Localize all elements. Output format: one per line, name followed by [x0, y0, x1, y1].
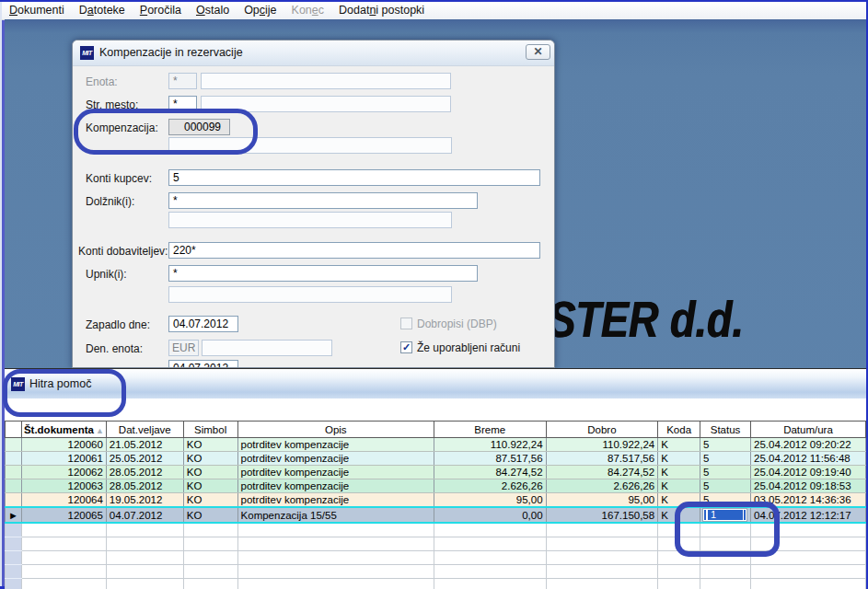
column-header-breme[interactable]: Breme	[434, 422, 546, 438]
column-header-dobro[interactable]: Dobro	[546, 422, 658, 438]
table-row[interactable]: 12006125.05.2012KOpotrditev kompenzacije…	[6, 452, 866, 466]
upnik-field[interactable]: *	[168, 265, 478, 282]
cell[interactable]: 25.04.2012 09:19:40	[751, 466, 866, 479]
cell[interactable]: K	[658, 452, 700, 466]
cell[interactable]: 5	[700, 479, 751, 493]
row-selector[interactable]	[6, 452, 22, 466]
cell[interactable]: 120063	[21, 479, 106, 493]
cell[interactable]: potrditev kompenzacije	[237, 466, 434, 479]
cell[interactable]: 120061	[21, 452, 106, 466]
cell[interactable]: K	[658, 479, 700, 493]
konti-kupcev-field[interactable]: 5	[168, 169, 540, 186]
cell[interactable]: 120060	[21, 438, 106, 452]
column-header-simbol[interactable]: Simbol	[183, 422, 237, 438]
cell[interactable]: 5	[700, 438, 751, 452]
menu-datoteke[interactable]: Datoteke	[72, 2, 133, 19]
table-row[interactable]: 12006419.05.2012KOpotrditev kompenzacije…	[6, 493, 866, 508]
menu-konec[interactable]: Konec	[284, 2, 331, 19]
cell[interactable]: 25.04.2012 09:20:22	[751, 438, 866, 452]
cell[interactable]: 110.922,24	[546, 438, 658, 452]
panel-titlebar[interactable]: MIT Hitra pomoč	[5, 370, 866, 398]
den-enota-field[interactable]: EUR	[168, 340, 199, 356]
close-icon[interactable]: ✕	[526, 44, 550, 60]
cell[interactable]: 87.517,56	[546, 452, 658, 466]
cell[interactable]: potrditev kompenzacije	[237, 493, 434, 508]
cell[interactable]: 25.04.2012 11:56:48	[751, 452, 866, 466]
cell[interactable]: 28.05.2012	[106, 479, 183, 493]
dobropisi-checkbox[interactable]	[400, 318, 412, 329]
row-selector[interactable]	[6, 466, 22, 479]
column-header-opis[interactable]: Opis	[237, 422, 434, 438]
cell[interactable]: 19.05.2012	[106, 493, 183, 508]
cell[interactable]: 95,00	[434, 493, 546, 508]
cell[interactable]: K	[658, 493, 700, 508]
cell[interactable]: K	[658, 507, 700, 523]
cell[interactable]: 1	[700, 507, 751, 523]
den-enota-name-field[interactable]	[202, 340, 332, 356]
kompenzacija-field[interactable]: 000099	[168, 119, 230, 135]
cell[interactable]: potrditev kompenzacije	[237, 479, 434, 493]
dolznik-field[interactable]: *	[168, 192, 478, 209]
cell[interactable]: 2.626,26	[546, 479, 658, 493]
column-header-datum-ura[interactable]: Datum/ura	[751, 422, 866, 438]
cell[interactable]: KO	[183, 438, 237, 452]
row-selector[interactable]	[6, 479, 22, 493]
cell[interactable]: 0,00	[434, 507, 546, 523]
table-row[interactable]: 12006328.05.2012KOpotrditev kompenzacije…	[6, 479, 866, 493]
cell[interactable]: K	[658, 466, 700, 479]
enota-name-field[interactable]	[201, 73, 451, 89]
row-selector[interactable]	[6, 493, 22, 508]
cell[interactable]: 84.274,52	[546, 466, 658, 479]
dialog-titlebar[interactable]: MIT Kompenzacije in rezervacije ✕	[73, 40, 554, 66]
cell[interactable]: 87.517,56	[434, 452, 546, 466]
menu-opcije[interactable]: Opcije	[237, 2, 284, 19]
str-mesto-field[interactable]: *	[168, 96, 197, 112]
upnik-name-field[interactable]	[168, 286, 452, 303]
cell[interactable]: 5	[700, 493, 751, 508]
cell[interactable]: 25.04.2012 09:18:53	[751, 479, 866, 493]
cell[interactable]: 2.626,26	[434, 479, 546, 493]
cell[interactable]: KO	[183, 479, 237, 493]
menu-dokumenti[interactable]: Dokumenti	[2, 2, 72, 19]
cell[interactable]: K	[658, 438, 700, 452]
cell[interactable]: 167.150,58	[546, 507, 658, 523]
cell[interactable]: KO	[183, 507, 237, 523]
partial-date-field[interactable]: 04.07.2012	[168, 360, 238, 368]
cell[interactable]: 120064	[21, 493, 106, 508]
row-selector[interactable]	[6, 438, 22, 452]
cell[interactable]: 5	[700, 452, 751, 466]
menu-dodatni-postopki[interactable]: Dodatni postopki	[331, 2, 432, 19]
table-row[interactable]: ►12006504.07.2012KOKompenzacija 15/550,0…	[6, 507, 866, 523]
cell[interactable]: KO	[183, 466, 237, 479]
cell[interactable]: KO	[183, 493, 237, 508]
cell[interactable]: Kompenzacija 15/55	[237, 507, 434, 523]
menu-ostalo[interactable]: Ostalo	[189, 2, 237, 19]
cell[interactable]: KO	[183, 452, 237, 466]
table-row[interactable]: 12006021.05.2012KOpotrditev kompenzacije…	[6, 438, 866, 452]
str-mesto-name-field[interactable]	[201, 96, 451, 112]
cell[interactable]: 04.07.2012 12:12:17	[751, 507, 866, 523]
cell[interactable]: 21.05.2012	[106, 438, 183, 452]
kompenzacija-name-field[interactable]	[168, 137, 452, 154]
menu-poro-ila[interactable]: Poročila	[133, 2, 189, 19]
row-selector[interactable]: ►	[6, 507, 22, 523]
ze-uporabljeni-checkbox[interactable]: ✓	[400, 341, 412, 353]
column-header-dat-veljave[interactable]: Dat.veljave	[106, 422, 183, 438]
cell[interactable]: 5	[700, 466, 751, 479]
cell[interactable]: 04.07.2012	[106, 507, 183, 523]
column-header-status[interactable]: Status	[700, 422, 751, 438]
table-row[interactable]: 12006228.05.2012KOpotrditev kompenzacije…	[6, 466, 866, 479]
cell[interactable]: 84.274,52	[434, 466, 546, 479]
konti-dobaviteljev-field[interactable]: 220*	[168, 242, 540, 259]
dolznik-name-field[interactable]	[168, 212, 452, 228]
cell[interactable]: 110.922,24	[434, 438, 546, 452]
cell[interactable]: potrditev kompenzacije	[237, 452, 434, 466]
cell[interactable]: 03.05.2012 14:36:36	[751, 493, 866, 508]
column-header--t-dokumenta[interactable]: Št.dokumenta▲	[21, 422, 106, 438]
status-edit-box[interactable]: 1	[702, 508, 747, 522]
cell[interactable]: 95,00	[546, 493, 658, 508]
cell[interactable]: potrditev kompenzacije	[237, 438, 434, 452]
cell[interactable]: 120062	[21, 466, 106, 479]
column-header-koda[interactable]: Koda	[658, 422, 700, 438]
cell[interactable]: 25.05.2012	[106, 452, 183, 466]
